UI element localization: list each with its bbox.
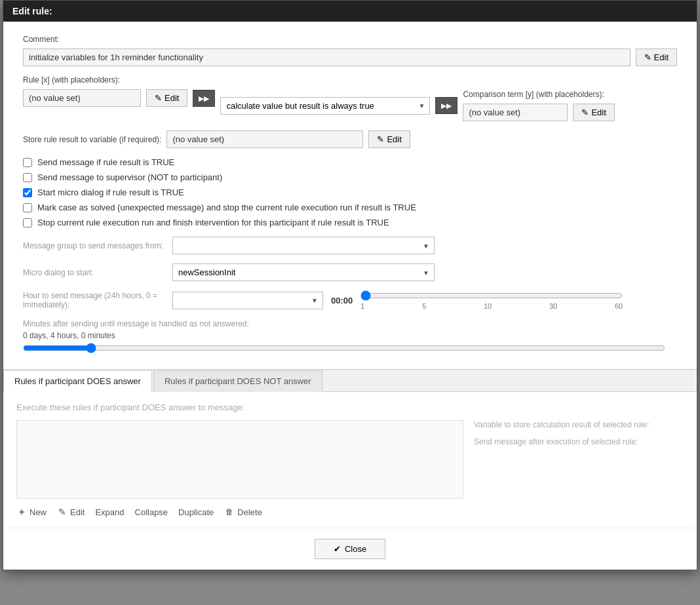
- hour-row-section: Hour to send message (24h hours, 0 = imm…: [23, 290, 677, 310]
- arrow-right-icon-2: [441, 101, 452, 110]
- checkbox-mark-case-label[interactable]: Mark case as solved (unexpected message)…: [37, 203, 416, 212]
- checkbox-send-message[interactable]: [23, 158, 32, 167]
- check-icon: [334, 544, 341, 554]
- checkbox-mark-case[interactable]: [23, 203, 32, 212]
- checkboxes-section: Send message if rule result is TRUE Send…: [23, 157, 677, 227]
- micro-dialog-label: Micro dialog to start:: [23, 268, 167, 277]
- comparison-operator-select[interactable]: calculate value but result is always tru…: [220, 97, 430, 115]
- new-label: New: [29, 507, 47, 517]
- comparison-arrow-button[interactable]: [435, 97, 457, 114]
- tab-does-answer[interactable]: Rules if participant DOES answer: [3, 370, 152, 392]
- tick-labels: 1 5 10 30 60: [360, 302, 623, 310]
- message-group-row: Message group to send messages from:: [23, 237, 677, 254]
- rule-x-edit-button[interactable]: Edit: [146, 89, 187, 107]
- time-slider-section: 1 5 10 30 60: [360, 290, 623, 310]
- hour-label: Hour to send message (24h hours, 0 = imm…: [23, 291, 167, 309]
- tab-does-answer-label: Rules if participant DOES answer: [14, 376, 141, 386]
- comparison-y-input[interactable]: [463, 104, 568, 121]
- checkbox-send-supervisor-label[interactable]: Send message to supervisor (NOT to parti…: [37, 172, 222, 182]
- rules-list[interactable]: [16, 420, 463, 499]
- duplicate-button[interactable]: Duplicate: [178, 507, 214, 517]
- comparison-select-wrap: calculate value but result is always tru…: [220, 97, 430, 115]
- comment-label: Comment:: [23, 35, 677, 44]
- duplicate-label: Duplicate: [178, 507, 214, 517]
- comparison-row-inner: calculate value but result is always tru…: [220, 90, 677, 121]
- rule-x-input[interactable]: [23, 89, 141, 107]
- rule-comparison-section: Rule [x] (with placeholders): Edit: [23, 75, 677, 121]
- tab-does-not-answer-label: Rules if participant DOES NOT answer: [165, 376, 311, 386]
- tick-60: 60: [615, 302, 623, 310]
- pencil-icon-2: [155, 93, 162, 103]
- tick-5: 5: [422, 302, 426, 310]
- minutes-section: Minutes after sending until message is h…: [23, 319, 677, 353]
- edit-icon: [57, 507, 68, 517]
- comment-edit-button[interactable]: Edit: [636, 49, 677, 66]
- comment-field-row: Edit: [23, 49, 677, 66]
- hour-select[interactable]: [172, 292, 323, 309]
- checkbox-row-1: Send message if rule result is TRUE: [23, 157, 677, 167]
- comparison-y-group: Comparison term [y] (with placeholders):…: [463, 90, 614, 121]
- comparison-y-edit-label: Edit: [591, 107, 606, 117]
- hour-select-wrap: [172, 292, 323, 309]
- days-label: 0 days, 4 hours, 0 minutes: [23, 331, 677, 340]
- hour-time-row: 00:00 1 5 10 30 60: [172, 290, 623, 310]
- tick-30: 30: [549, 302, 557, 310]
- delete-button[interactable]: Delete: [224, 507, 262, 517]
- tick-10: 10: [484, 302, 492, 310]
- expand-label: Expand: [95, 507, 124, 517]
- variable-side-label: Variable to store calculation result of …: [474, 420, 684, 429]
- comparison-y-edit-button[interactable]: Edit: [573, 104, 614, 121]
- rules-toolbar: New Edit Expand Collapse Duplicate: [16, 507, 684, 517]
- checkbox-row-4: Mark case as solved (unexpected message)…: [23, 203, 677, 212]
- store-edit-label: Edit: [387, 134, 401, 144]
- checkbox-start-micro-dialog-label[interactable]: Start micro dialog if rule result is TRU…: [37, 187, 184, 197]
- checkbox-stop-current-label[interactable]: Stop current rule execution run and fini…: [37, 218, 389, 227]
- new-icon: [16, 507, 27, 517]
- delete-label: Delete: [237, 507, 262, 517]
- edit-toolbar-button[interactable]: Edit: [57, 507, 85, 517]
- checkbox-send-message-label[interactable]: Send message if rule result is TRUE: [37, 157, 174, 167]
- message-group-select-wrap: [172, 237, 435, 254]
- checkbox-row-2: Send message to supervisor (NOT to parti…: [23, 172, 677, 182]
- new-button[interactable]: New: [16, 507, 47, 517]
- store-edit-button[interactable]: Edit: [368, 130, 410, 148]
- collapse-label: Collapse: [135, 507, 168, 517]
- rules-side: Variable to store calculation result of …: [474, 420, 684, 499]
- checkbox-row-5: Stop current rule execution run and fini…: [23, 218, 677, 227]
- rule-x-label: Rule [x] (with placeholders):: [23, 75, 215, 85]
- comment-edit-label: Edit: [654, 52, 669, 62]
- execute-label: Execute these rules if participant DOES …: [16, 402, 684, 412]
- collapse-button[interactable]: Collapse: [135, 507, 168, 517]
- close-section: Close: [3, 528, 697, 570]
- close-button[interactable]: Close: [315, 539, 385, 559]
- delete-icon: [224, 507, 235, 517]
- modal-header: Edit rule:: [3, 1, 697, 22]
- micro-dialog-row: Micro dialog to start: newSessionInit: [23, 263, 677, 281]
- comparison-col: calculate value but result is always tru…: [220, 75, 677, 121]
- message-side-label: Send message after execution of selected…: [474, 437, 684, 446]
- pencil-icon: [644, 52, 651, 62]
- rule-x-col: Rule [x] (with placeholders): Edit: [23, 75, 215, 107]
- micro-dialog-select-wrap: newSessionInit: [172, 263, 435, 281]
- micro-dialog-select[interactable]: newSessionInit: [172, 263, 435, 281]
- modal-overlay: Edit rule: Comment: Edit: [0, 0, 700, 605]
- checkbox-send-supervisor[interactable]: [23, 173, 32, 182]
- tabs-header: Rules if participant DOES answer Rules i…: [3, 370, 697, 392]
- rule-x-edit-label: Edit: [165, 93, 179, 103]
- message-group-select[interactable]: [172, 237, 435, 254]
- expand-button[interactable]: Expand: [95, 507, 124, 517]
- tab-does-not-answer[interactable]: Rules if participant DOES NOT answer: [153, 370, 322, 392]
- store-input[interactable]: [166, 130, 363, 148]
- message-group-label: Message group to send messages from:: [23, 241, 167, 250]
- checkbox-start-micro-dialog[interactable]: [23, 188, 32, 197]
- rule-row: Rule [x] (with placeholders): Edit: [23, 75, 677, 121]
- close-label: Close: [345, 544, 366, 554]
- store-label: Store rule result to variable (if requir…: [23, 135, 161, 144]
- time-slider[interactable]: [360, 290, 623, 301]
- arrow-right-icon: [199, 94, 209, 103]
- comparison-y-label: Comparison term [y] (with placeholders):: [463, 90, 614, 99]
- checkbox-stop-current[interactable]: [23, 218, 32, 227]
- comment-input[interactable]: [23, 49, 631, 66]
- minutes-slider[interactable]: [23, 343, 665, 353]
- rule-x-arrow-button[interactable]: [193, 90, 215, 107]
